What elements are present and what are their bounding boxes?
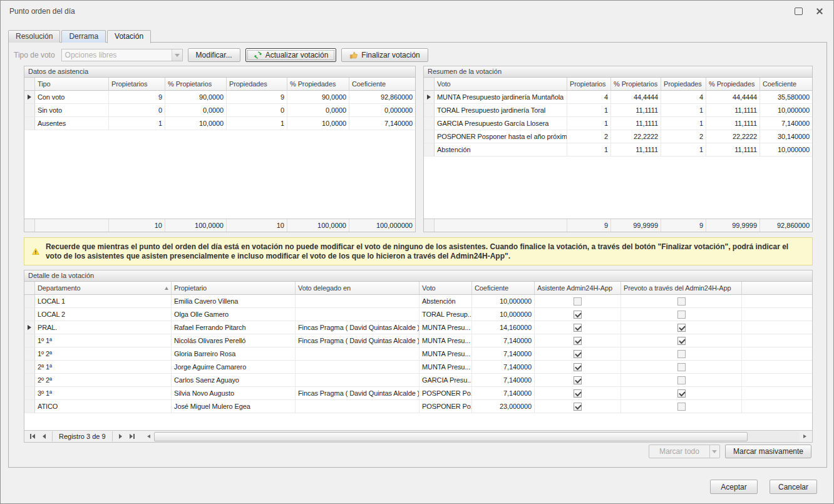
modificar-button[interactable]: Modificar... (188, 48, 240, 62)
table-row[interactable]: POSPONER Posponer hasta el año próximo22… (424, 130, 812, 143)
table-row[interactable]: 2º 2ªCarlos Saenz AguayoGARCIA Presu...7… (24, 374, 812, 387)
column-header-prevoto-app[interactable]: Prevoto a través del Admin24H-App (621, 282, 742, 295)
table-row[interactable]: LOCAL 2Olga Olle GameroTORAL Presup...10… (24, 308, 812, 321)
column-header-pct-propietarios[interactable]: % Propietarios (165, 78, 227, 91)
table-cell (621, 347, 742, 361)
scroll-left-icon[interactable] (143, 431, 154, 442)
table-row[interactable]: 1º 1ªNicolás Olivares PerellóFincas Prag… (24, 334, 812, 347)
asistente-checkbox[interactable] (574, 376, 582, 384)
table-row[interactable]: Abstención111,1111111,111110,000000 (424, 143, 812, 157)
table-row[interactable]: LOCAL 1Emilia Cavero VillenaAbstención10… (24, 295, 812, 308)
tab-resolucion[interactable]: Resolución (8, 30, 60, 43)
table-row[interactable]: Con voto990,0000990,000092,860000 (24, 91, 415, 104)
column-header-asistente-app[interactable]: Asistente Admin24H-App (535, 282, 621, 295)
footer-total: 99,9999 (706, 219, 760, 232)
cancelar-button[interactable]: Cancelar (770, 480, 817, 494)
modificar-label: Modificar... (196, 51, 232, 59)
close-icon[interactable] (815, 6, 825, 16)
horizontal-scrollbar[interactable] (143, 431, 810, 442)
column-header-filler (742, 282, 812, 295)
footer-total: 9 (567, 219, 611, 232)
table-row[interactable]: ATICOJosé Miguel Mulero EgeaPOSPONER Po.… (24, 400, 812, 413)
marcar-todo-button[interactable]: Marcar todo (649, 445, 720, 458)
table-row[interactable]: 3º 1ªSilvia Novo AugustoFincas Pragma ( … (24, 387, 812, 400)
prevoto-checkbox[interactable] (677, 297, 686, 306)
column-header-voto-delegado[interactable]: Voto delegado en (296, 282, 420, 295)
column-header-propiedades[interactable]: Propiedades (661, 78, 706, 91)
tab-votacion[interactable]: Votación (107, 30, 151, 43)
column-header-pct-propiedades[interactable]: % Propiedades (706, 78, 760, 91)
tipo-de-voto-select[interactable]: Opciones libres (61, 49, 183, 61)
row-indicator (24, 374, 35, 387)
table-row[interactable]: GARCIA Presupuesto García Llosera111,111… (424, 117, 812, 130)
column-header-tipo[interactable]: Tipo (35, 78, 109, 91)
table-cell: POSPONER Posponer hasta el año próximo (435, 130, 567, 143)
column-header-propietarios[interactable]: Propietarios (109, 78, 165, 91)
restore-icon[interactable] (793, 6, 803, 16)
nav-first-button[interactable] (26, 431, 38, 441)
scrollbar-track[interactable] (154, 431, 800, 442)
prevoto-checkbox[interactable] (677, 376, 686, 384)
prevoto-checkbox[interactable] (677, 389, 686, 398)
asistente-checkbox[interactable] (574, 403, 582, 411)
table-row[interactable]: 2ª 1ªJorge Aguirre CamareroMUNTA Presu..… (24, 361, 812, 374)
asistente-checkbox[interactable] (574, 363, 582, 371)
table-cell: 0 (109, 104, 165, 117)
column-header-pct-propietarios[interactable]: % Propietarios (611, 78, 661, 91)
table-row[interactable]: PRAL.Rafael Ferrando PitarchFincas Pragm… (24, 321, 812, 334)
prevoto-checkbox[interactable] (677, 363, 686, 371)
warning-triangle-icon (32, 246, 39, 257)
column-header-propietarios[interactable]: Propietarios (567, 78, 611, 91)
row-indicator (24, 400, 35, 413)
scroll-right-icon[interactable] (800, 431, 810, 442)
column-header-coeficiente[interactable]: Coeficiente (472, 282, 535, 295)
table-cell (296, 400, 420, 413)
title-bar[interactable]: Punto orden del día (1, 1, 833, 22)
asistente-checkbox[interactable] (574, 389, 582, 398)
finalizar-votacion-button[interactable]: Finalizar votación (341, 48, 428, 62)
column-header-label: Asistente Admin24H-App (537, 284, 612, 292)
column-header-voto[interactable]: Voto (420, 282, 472, 295)
chevron-down-icon[interactable] (709, 445, 719, 458)
table-cell: Abstención (420, 295, 472, 308)
column-header-departamento[interactable]: Departamento (35, 282, 172, 295)
nav-next-button[interactable] (115, 431, 126, 441)
column-header-label: Voto delegado en (298, 284, 351, 292)
aceptar-button[interactable]: Aceptar (710, 480, 758, 494)
tab-derrama[interactable]: Derrama (61, 30, 106, 43)
prevoto-checkbox[interactable] (677, 350, 686, 358)
asistente-checkbox[interactable] (574, 297, 582, 306)
prevoto-checkbox[interactable] (677, 403, 686, 411)
table-cell: 1 (109, 117, 165, 130)
table-body: Con voto990,0000990,000092,860000Sin vot… (24, 91, 415, 219)
title-bar-icons (793, 6, 825, 16)
asistente-checkbox[interactable] (574, 311, 582, 319)
prevoto-checkbox[interactable] (677, 337, 686, 345)
actualizar-votacion-button[interactable]: Actualizar votación (245, 48, 337, 62)
column-header-voto[interactable]: Voto (435, 78, 567, 91)
table-row[interactable]: Ausentes110,0000110,00007,140000 (24, 117, 415, 130)
prevoto-checkbox[interactable] (677, 311, 686, 319)
refresh-icon (254, 51, 262, 59)
asistente-checkbox[interactable] (574, 337, 582, 345)
asistente-checkbox[interactable] (574, 324, 582, 332)
table-row[interactable]: MUNTA Presupuesto jardinería Muntañola44… (424, 91, 812, 104)
column-header-coeficiente[interactable]: Coeficiente (760, 78, 812, 91)
table-row[interactable]: Sin voto00,000000,00000,000000 (24, 104, 415, 117)
nav-prev-button[interactable] (38, 431, 50, 441)
column-header-propiedades[interactable]: Propiedades (227, 78, 287, 91)
nav-last-button[interactable] (126, 431, 138, 441)
prevoto-checkbox[interactable] (677, 324, 686, 332)
column-header-propietario[interactable]: Propietario (172, 282, 296, 295)
marcar-masivamente-button[interactable]: Marcar masivamente (725, 445, 811, 458)
table-row[interactable]: 1º 2ªGloria Barreiro RosaMUNTA Presu...7… (24, 347, 812, 361)
table-cell: 10,000000 (472, 308, 535, 321)
table-cell: Ausentes (35, 117, 109, 130)
column-header-pct-propiedades[interactable]: % Propiedades (287, 78, 349, 91)
asistente-checkbox[interactable] (574, 350, 582, 358)
column-header-coeficiente[interactable]: Coeficiente (349, 78, 415, 91)
record-position-label: Registro 3 de 9 (52, 431, 113, 441)
table-row[interactable]: TORAL Presupuesto jardinería Toral111,11… (424, 104, 812, 117)
column-header-label: Departamento (38, 284, 81, 292)
scrollbar-thumb[interactable] (154, 432, 748, 441)
